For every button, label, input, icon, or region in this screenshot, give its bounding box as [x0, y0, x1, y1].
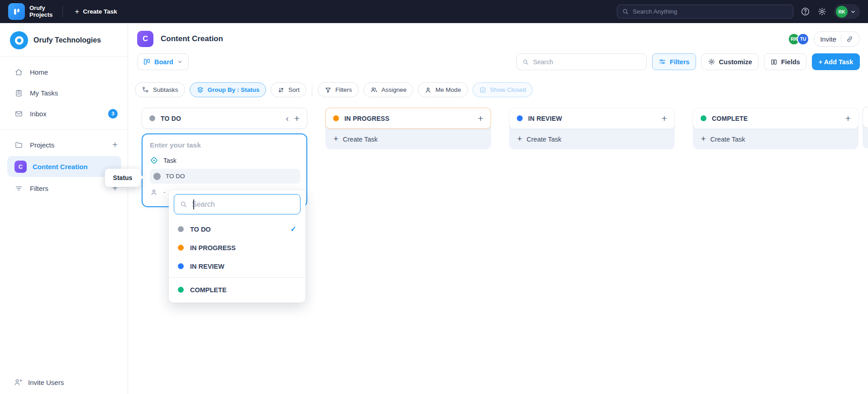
filter-lines-icon: [14, 184, 23, 193]
show-closed-pill[interactable]: Show Closed: [472, 82, 533, 97]
show-closed-label: Show Closed: [490, 86, 526, 93]
create-task-label: Create Task: [711, 136, 745, 143]
app-logo-icon[interactable]: [8, 3, 25, 20]
workspace-logo-icon: [10, 31, 28, 49]
board-view-icon: [143, 58, 151, 66]
invite-button[interactable]: Invite: [814, 31, 860, 47]
status-tooltip: Status: [105, 169, 140, 187]
workspace-switcher[interactable]: Orufy Technologies: [0, 28, 128, 57]
add-task-column-button[interactable]: +: [662, 114, 667, 123]
text-cursor: [193, 199, 194, 209]
filter-pill[interactable]: Filters: [318, 82, 359, 97]
inbox-count-badge: 3: [108, 109, 118, 119]
me-mode-pill[interactable]: Me Mode: [418, 82, 467, 97]
fields-label: Fields: [781, 58, 800, 66]
page-title: Content Creation: [161, 34, 223, 43]
status-option-list: TO DO ✓ IN PROGRESS IN REVIEW COMPLETE: [169, 217, 305, 299]
invite-users-button[interactable]: Invite Users: [0, 378, 128, 394]
sidebar-item-inbox[interactable]: Inbox 3: [0, 103, 128, 124]
status-dot: [178, 226, 184, 232]
status-option-in-review[interactable]: IN REVIEW: [169, 257, 305, 275]
chevron-down-icon: [850, 9, 856, 15]
sidebar-item-home[interactable]: Home: [0, 62, 128, 82]
brand-line-1: Orufy: [29, 5, 52, 12]
search-icon: [622, 8, 629, 15]
add-task-button[interactable]: + Add Task: [812, 53, 860, 70]
sidebar-item-content-creation[interactable]: C Content Creation: [7, 156, 121, 177]
mail-icon: [14, 109, 23, 118]
group-by-pill[interactable]: Group By : Status: [190, 82, 267, 97]
home-icon: [14, 68, 23, 76]
sidebar-item-projects[interactable]: Projects +: [0, 134, 128, 155]
status-dot: [701, 115, 706, 121]
people-icon: [370, 86, 378, 94]
settings-gear-icon[interactable]: [817, 7, 827, 16]
column-header-complete[interactable]: COMPLETE +: [693, 108, 858, 129]
global-search-input[interactable]: [633, 8, 788, 15]
status-dropdown-search[interactable]: [174, 194, 300, 214]
create-task-label: Create Task: [527, 136, 562, 143]
user-menu[interactable]: RK: [834, 4, 860, 19]
status-option-in-progress[interactable]: IN PROGRESS: [169, 238, 305, 257]
assignee-pill[interactable]: Assignee: [363, 82, 414, 97]
create-task-row[interactable]: + Create Task: [509, 129, 675, 149]
add-task-column-button[interactable]: +: [294, 114, 300, 123]
add-task-label: + Add Task: [819, 58, 853, 66]
topbar-right: RK: [617, 4, 860, 19]
subtasks-branch-icon: [142, 86, 149, 94]
task-title-input[interactable]: Enter your task: [150, 141, 300, 149]
status-option-label: TO DO: [190, 226, 211, 233]
sort-pill[interactable]: Sort: [271, 82, 306, 97]
help-icon[interactable]: [801, 7, 810, 16]
board-search-input[interactable]: [533, 58, 641, 66]
user-avatar: RK: [836, 6, 848, 18]
global-search[interactable]: [617, 5, 793, 19]
filters-label: Filters: [670, 58, 690, 66]
next-column-sliver: [863, 107, 868, 148]
add-project-button[interactable]: +: [112, 140, 118, 150]
status-option-label: IN REVIEW: [190, 263, 224, 270]
status-option-complete[interactable]: COMPLETE: [169, 280, 305, 299]
create-task-row[interactable]: + Create Task: [325, 129, 491, 149]
create-task-button[interactable]: + Create Task: [75, 7, 117, 16]
task-status-selector[interactable]: TO DO: [150, 169, 300, 184]
closed-check-icon: [479, 86, 486, 94]
collapse-column-button[interactable]: ‹: [286, 114, 289, 123]
subtasks-pill[interactable]: Subtasks: [135, 82, 185, 97]
task-status-label: TO DO: [166, 173, 185, 180]
add-task-column-button[interactable]: +: [478, 114, 483, 123]
customize-button[interactable]: Customize: [701, 53, 758, 70]
column-header-in-review[interactable]: IN REVIEW +: [509, 108, 675, 129]
filters-button[interactable]: Filters: [652, 53, 696, 70]
column-header-in-progress[interactable]: IN PROGRESS +: [325, 108, 491, 129]
task-type-row[interactable]: Task: [150, 156, 300, 165]
status-search-input[interactable]: [192, 200, 295, 209]
create-task-row[interactable]: + Create Task: [693, 129, 858, 149]
app-shell: Orufy Technologies Home My Tasks Inbox 3: [0, 23, 868, 394]
fields-columns-icon: [770, 58, 777, 66]
filter-pill-label: Filters: [335, 86, 352, 93]
assignee-label: Assignee: [382, 86, 407, 93]
sidebar-item-my-tasks[interactable]: My Tasks: [0, 82, 128, 103]
board-search[interactable]: [516, 53, 647, 70]
app-root: { "glyphs": { "plus": "+", "chevron_left…: [0, 0, 868, 394]
topbar: Orufy Projects + Create Task RK: [0, 0, 868, 23]
column-in-progress: IN PROGRESS + + Create Task: [325, 108, 491, 149]
member-avatars[interactable]: RK TU: [788, 33, 809, 45]
add-task-column-button[interactable]: +: [845, 114, 851, 123]
fields-button[interactable]: Fields: [764, 53, 806, 70]
sidebar-item-label: Projects: [30, 141, 54, 149]
status-dot: [153, 173, 161, 180]
person-plus-icon: [14, 378, 23, 387]
subtasks-label: Subtasks: [153, 86, 178, 93]
sidebar-item-label: Home: [30, 68, 48, 76]
status-dot: [149, 115, 155, 121]
member-avatar[interactable]: TU: [797, 33, 809, 45]
column-name: TO DO: [161, 115, 181, 122]
toolbar-divider: [312, 83, 312, 97]
column-header-todo[interactable]: TO DO ‹ +: [142, 108, 307, 129]
status-option-todo[interactable]: TO DO ✓: [169, 220, 305, 238]
plus-icon: +: [517, 134, 522, 144]
view-switcher-board[interactable]: Board: [137, 53, 189, 70]
sidebar-divider: [0, 57, 128, 57]
